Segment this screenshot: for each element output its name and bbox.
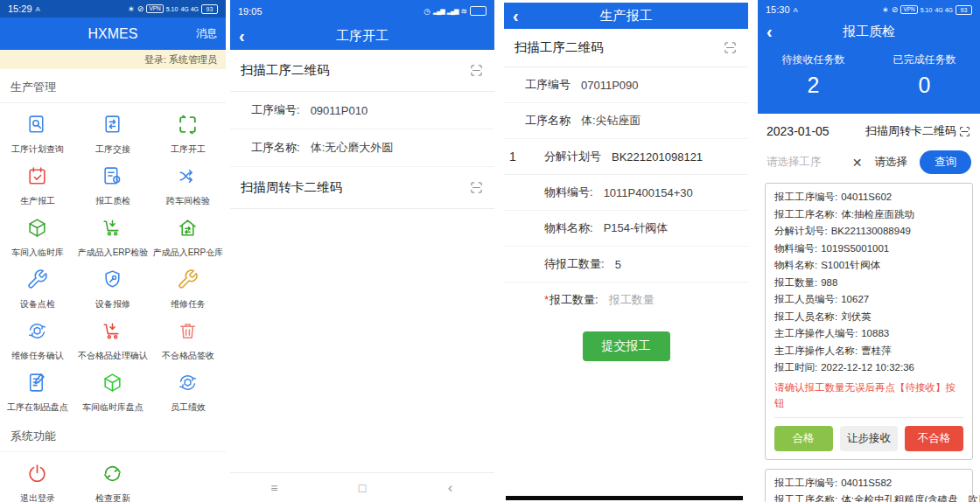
scan-card-link[interactable]: 扫描周转卡二维码 xyxy=(865,123,971,139)
messages-button[interactable]: 消息 xyxy=(196,26,217,41)
app-grid-item[interactable]: 产成品入ERP仓库 xyxy=(150,210,226,261)
row-value: 10627 xyxy=(841,294,869,304)
back-button[interactable]: ‹ xyxy=(766,23,773,40)
app-icon xyxy=(26,217,48,239)
field-row: 物料编号: 1011P400154+30 xyxy=(504,175,748,211)
app-title-bar: HXMES 消息 xyxy=(0,17,226,50)
app-grid-item[interactable]: 员工绩效 xyxy=(150,365,226,416)
app-grid-item[interactable]: 不合格品处理确认 xyxy=(75,313,150,365)
scan-process-label: 扫描工序二维码 xyxy=(514,39,604,56)
field-row: 物料名称: P154-针阀体 xyxy=(504,211,748,247)
app-grid-item[interactable]: 退出登录 xyxy=(0,456,75,502)
field-label: 待报工数量: xyxy=(544,256,605,272)
app-grid-item[interactable]: 车间临时库盘点 xyxy=(75,365,150,416)
app-grid-item[interactable]: 工序在制品盘点 xyxy=(0,365,75,416)
nav-back-icon[interactable]: ‹ xyxy=(406,479,494,497)
row-value: 体:抽检座面跳动 xyxy=(841,209,914,220)
nav-menu-icon[interactable]: ≡ xyxy=(230,481,318,495)
app-grid-item[interactable]: 产成品入ERP检验 xyxy=(75,210,150,261)
row-label: 报工工序名称: xyxy=(774,494,837,502)
app-grid-label: 不合格品处理确认 xyxy=(75,350,150,362)
decision-button[interactable]: 合格 xyxy=(774,426,833,451)
row-label: 主工序操作人编号: xyxy=(774,328,858,338)
select-dropdown[interactable]: 请选择 xyxy=(875,155,908,170)
scan-process-row[interactable]: 扫描工序二维码 xyxy=(230,50,494,92)
row-value: 2022-12-12 10:32:36 xyxy=(821,362,914,373)
back-button[interactable]: ‹ xyxy=(513,7,519,24)
gesture-bar xyxy=(506,496,743,500)
section-production: 生产管理 xyxy=(0,69,226,103)
vpn-icon: VPN xyxy=(146,4,163,13)
app-grid-item[interactable]: 生产报工 xyxy=(0,158,75,210)
battery-icon: 93 xyxy=(956,5,972,15)
back-button[interactable]: ‹ xyxy=(239,27,245,45)
process-select-input[interactable]: 请选择工序 xyxy=(766,155,852,170)
field-value: 5 xyxy=(615,258,621,271)
nav-home-icon[interactable]: □ xyxy=(318,481,407,495)
qr-scan-icon[interactable] xyxy=(469,180,484,195)
field-row: 待报工数量: 5 xyxy=(504,247,748,282)
scan-card-row[interactable]: 扫描周转卡二维码 xyxy=(230,167,494,209)
app-grid-item[interactable]: 设备报修 xyxy=(75,261,150,313)
app-grid-item[interactable]: 不合格品签收 xyxy=(150,313,226,365)
page-title-bar: ‹ 工序开工 xyxy=(230,22,494,50)
row-label: 报工时间: xyxy=(774,362,817,373)
app-grid-item[interactable]: 车间入临时库 xyxy=(0,210,75,261)
android-nav-bar: ≡ □ ‹ xyxy=(230,472,494,502)
process-fields: 工序编号: 09011P010 工序名称: 体:无心磨大外圆 xyxy=(230,92,494,167)
status-bar: 19:05 ◷ ▂▄▆ ▂▄▆ ≋ xyxy=(230,0,494,22)
process-start-screen: 19:05 ◷ ▂▄▆ ▂▄▆ ≋ ‹ 工序开工 扫描工序二维码 工序编号: 0… xyxy=(230,0,494,502)
app-grid-label: 生产报工 xyxy=(0,195,75,207)
qr-scan-icon[interactable] xyxy=(958,125,971,138)
app-icon xyxy=(177,165,199,187)
decision-button[interactable]: 让步接收 xyxy=(840,426,899,451)
signal-icons: 4G 4G xyxy=(180,6,199,12)
hd-icon: A xyxy=(36,5,40,13)
submit-report-button[interactable]: 提交报工 xyxy=(583,331,670,361)
stat-block: 已完成任务数 0 xyxy=(869,52,980,98)
field-row: 工序名称: 体:无心磨大外圆 xyxy=(230,129,494,167)
field-row: 工序编号: 09011P010 xyxy=(230,92,494,129)
report-qty-row: *报工数量: 报工数量 xyxy=(504,282,748,317)
field-label: 工序编号: xyxy=(251,102,300,118)
app-grid-item[interactable]: 工序计划查询 xyxy=(0,107,75,158)
search-button[interactable]: 查询 xyxy=(920,150,971,174)
row-value: 1019S5001001 xyxy=(821,243,889,254)
card-row: 报工工序编号:04011S582 xyxy=(774,475,963,492)
row-label: 报工工序编号: xyxy=(774,478,837,488)
process-fields: 工序编号 07011P090 工序名称 体:尖钻座面 xyxy=(504,67,748,139)
qr-scan-icon[interactable] xyxy=(469,63,484,78)
app-grid-item[interactable]: 维修任务确认 xyxy=(0,313,75,365)
bell-off-icon: ⊘ xyxy=(137,4,144,13)
app-icon xyxy=(26,165,48,187)
app-grid-label: 不合格品签收 xyxy=(150,350,226,362)
app-grid-label: 维修任务 xyxy=(150,298,226,310)
stat-label: 已完成任务数 xyxy=(869,52,980,67)
inspection-card: 报工工序编号:04011S602 报工工序名称:体:抽检座面跳动 分解计划号:B… xyxy=(765,183,973,460)
plan-label: 分解计划号 xyxy=(544,149,601,164)
date-picker[interactable]: 2023-01-05 xyxy=(766,124,830,138)
decision-button[interactable]: 不合格 xyxy=(905,426,963,451)
app-icon xyxy=(177,268,199,290)
battery-icon xyxy=(470,6,486,16)
qr-scan-icon[interactable] xyxy=(723,40,738,55)
network-speed: 5.10 xyxy=(166,6,178,12)
field-value: 1011P400154+30 xyxy=(604,186,693,199)
report-qty-input[interactable]: 报工数量 xyxy=(609,292,654,308)
scan-card-label: 扫描周转卡二维码 xyxy=(241,179,342,196)
production-report-screen: ‹ 生产报工 扫描工序二维码 工序编号 07011P090 工序名称 体:尖钻座… xyxy=(504,0,748,502)
row-value: BK221130088949 xyxy=(831,226,911,236)
scan-process-row[interactable]: 扫描工序二维码 xyxy=(504,29,748,67)
app-grid-item[interactable]: 维修任务 xyxy=(150,261,226,313)
app-grid-item[interactable]: 检查更新 xyxy=(75,456,150,502)
row-index: 1 xyxy=(509,150,516,164)
app-grid-item[interactable]: 报工质检 xyxy=(75,158,150,210)
clear-icon[interactable]: ✕ xyxy=(852,156,863,170)
app-grid-item[interactable]: 工序交接 xyxy=(75,107,150,158)
app-grid-label: 报工质检 xyxy=(75,195,150,207)
material-fields: 物料编号: 1011P400154+30 物料名称: P154-针阀体 待报工数… xyxy=(504,175,748,282)
app-grid-item[interactable]: 设备点检 xyxy=(0,261,75,313)
app-grid-item[interactable]: 跨车间检验 xyxy=(150,158,226,210)
app-grid-item[interactable]: 工序开工 xyxy=(150,107,226,158)
app-grid-label: 检查更新 xyxy=(75,492,150,502)
